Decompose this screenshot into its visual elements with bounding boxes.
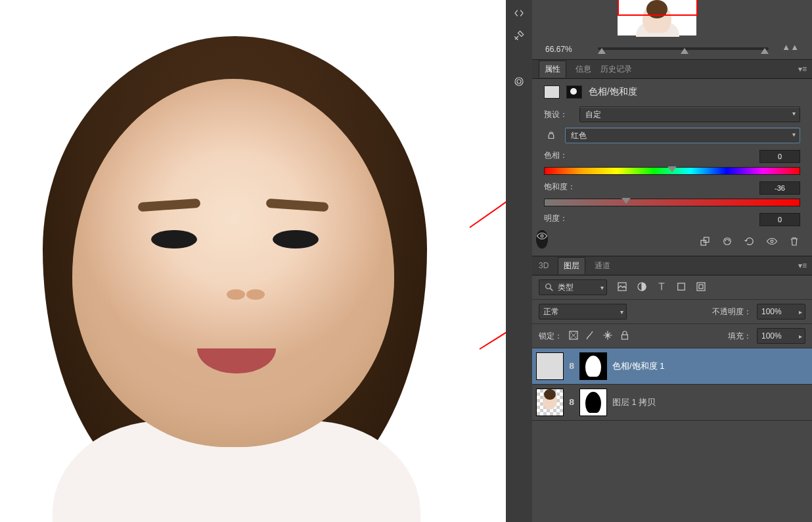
lock-transparency-icon[interactable] (568, 329, 579, 343)
svg-rect-11 (699, 285, 703, 289)
layer-img-thumb[interactable] (536, 389, 564, 416)
panel-menu-icon[interactable]: ▾≡ (798, 261, 807, 270)
filter-adjust-icon[interactable] (636, 281, 648, 295)
channel-dropdown[interactable]: 红色 ▾ (565, 128, 800, 143)
svg-rect-10 (697, 283, 705, 291)
navigator-panel: 66.67% ▲▲ (532, 0, 812, 60)
portrait-eye (273, 230, 319, 249)
layer-visibility-toggle[interactable] (536, 230, 548, 249)
zoom-mountains-icon[interactable]: ▲▲ (782, 42, 799, 52)
zoom-readout[interactable]: 66.67% (545, 45, 572, 54)
blend-mode-value: 正常 (543, 306, 559, 318)
chevron-down-icon: ▾ (620, 308, 623, 316)
svg-point-15 (541, 235, 543, 237)
tab-layers[interactable]: 图层 (558, 257, 585, 274)
portrait-eye (151, 230, 197, 249)
mask-link-icon[interactable]: 𝟴 (569, 398, 574, 407)
clip-to-layer-icon[interactable] (699, 235, 711, 249)
layer-name[interactable]: 色相/饱和度 1 (612, 360, 664, 372)
zoom-slider[interactable]: ▲▲ (598, 47, 769, 50)
blend-mode-dropdown[interactable]: 正常 ▾ (539, 304, 627, 320)
svg-point-5 (771, 240, 773, 243)
tab-properties[interactable]: 属性 (539, 60, 566, 78)
chevron-down-icon: ▾ (600, 284, 604, 291)
layer-mask-thumb[interactable] (579, 352, 607, 380)
preset-label: 预设： (544, 109, 579, 120)
layer-row[interactable]: 𝟴 图层 1 拷贝 (532, 385, 812, 421)
opacity-label: 不透明度： (712, 306, 752, 318)
filter-type-label: 类型 (558, 282, 574, 293)
hue-label: 色相： (544, 150, 568, 163)
fill-dropdown[interactable]: 100% ▸ (757, 328, 805, 344)
properties-title: 色相/饱和度 (589, 86, 637, 98)
zoom-out-icon[interactable] (598, 44, 606, 54)
svg-rect-13 (622, 335, 628, 339)
properties-panel: 色相/饱和度 预设： 自定 ▾ 红色 ▾ 色相 (532, 79, 812, 256)
hue-slider[interactable] (544, 167, 800, 175)
side-panels: 66.67% ▲▲ 属性 信息 历史记录 ▾≡ 色相/饱和度 预设： (532, 0, 812, 522)
tab-3d[interactable]: 3D (539, 261, 549, 270)
delete-adjustment-icon[interactable] (788, 235, 800, 249)
saturation-slider[interactable] (544, 199, 800, 206)
zoom-thumb[interactable] (681, 44, 688, 54)
portrait-nose (227, 289, 245, 300)
opacity-dropdown[interactable]: 100% ▸ (757, 304, 805, 320)
svg-rect-3 (704, 237, 710, 243)
toggle-visibility-icon[interactable] (766, 235, 778, 249)
preset-value: 自定 (585, 109, 601, 120)
lock-label: 锁定： (539, 331, 562, 342)
chevron-down-icon: ▸ (799, 333, 802, 340)
creative-cloud-icon[interactable] (507, 72, 531, 91)
svg-point-6 (546, 284, 551, 289)
navigator-thumbnail[interactable] (618, 0, 696, 36)
panel-tabs-top: 属性 信息 历史记录 ▾≡ (532, 60, 812, 79)
hue-value-input[interactable]: 0 (759, 150, 800, 163)
hue-slider-group: 色相： 0 (544, 150, 800, 175)
navigator-viewport-box[interactable] (618, 0, 698, 16)
tab-channels[interactable]: 通道 (595, 260, 610, 272)
mask-icon[interactable] (566, 85, 582, 99)
layer-adjust-thumb[interactable] (536, 352, 564, 380)
filter-shape-icon[interactable] (675, 281, 687, 295)
expand-panels-icon[interactable] (507, 4, 531, 22)
layers-panel: 类型 ▾ 正常 ▾ 不透明度： 100% (532, 275, 812, 421)
saturation-value-input[interactable]: -36 (759, 181, 800, 195)
preset-dropdown[interactable]: 自定 ▾ (579, 107, 800, 122)
slider-thumb[interactable] (621, 198, 631, 208)
filter-pixel-icon[interactable] (616, 281, 628, 295)
saturation-slider-group: 饱和度： -36 (544, 181, 800, 206)
filter-smart-icon[interactable] (695, 281, 707, 295)
lightness-slider-group: 明度： 0 (544, 213, 800, 226)
svg-rect-9 (678, 283, 685, 290)
properties-footer (544, 235, 800, 249)
adjustment-icon[interactable] (544, 85, 560, 99)
zoom-in-icon[interactable] (761, 44, 769, 54)
lock-all-icon[interactable] (619, 329, 631, 343)
document-canvas[interactable] (0, 0, 499, 522)
svg-rect-12 (570, 331, 577, 339)
lock-paint-icon[interactable] (585, 329, 597, 343)
fill-label: 填充： (728, 331, 752, 342)
targeted-adjust-icon[interactable] (544, 128, 558, 143)
layer-filter-type-dropdown[interactable]: 类型 ▾ (539, 279, 607, 295)
filter-type-text-icon[interactable] (656, 281, 667, 295)
lock-position-icon[interactable] (602, 329, 614, 343)
saturation-label: 饱和度： (544, 181, 575, 195)
svg-rect-2 (701, 241, 706, 246)
panel-menu-icon[interactable]: ▾≡ (798, 64, 807, 74)
reset-icon[interactable] (744, 235, 756, 249)
view-previous-icon[interactable] (721, 235, 733, 249)
layer-mask-thumb[interactable] (579, 389, 607, 416)
tools-icon[interactable] (507, 26, 531, 45)
layer-row[interactable]: 𝟴 色相/饱和度 1 (532, 348, 812, 385)
lightness-value-input[interactable]: 0 (759, 213, 800, 226)
layer-name[interactable]: 图层 1 拷贝 (612, 396, 656, 408)
slider-thumb[interactable] (667, 166, 677, 177)
tab-history[interactable]: 历史记录 (600, 64, 632, 75)
chevron-down-icon: ▾ (792, 131, 796, 138)
lightness-label: 明度： (544, 213, 568, 226)
svg-point-1 (517, 80, 521, 83)
opacity-value: 100% (761, 307, 782, 316)
mask-link-icon[interactable]: 𝟴 (569, 362, 574, 371)
tab-info[interactable]: 信息 (575, 64, 591, 75)
